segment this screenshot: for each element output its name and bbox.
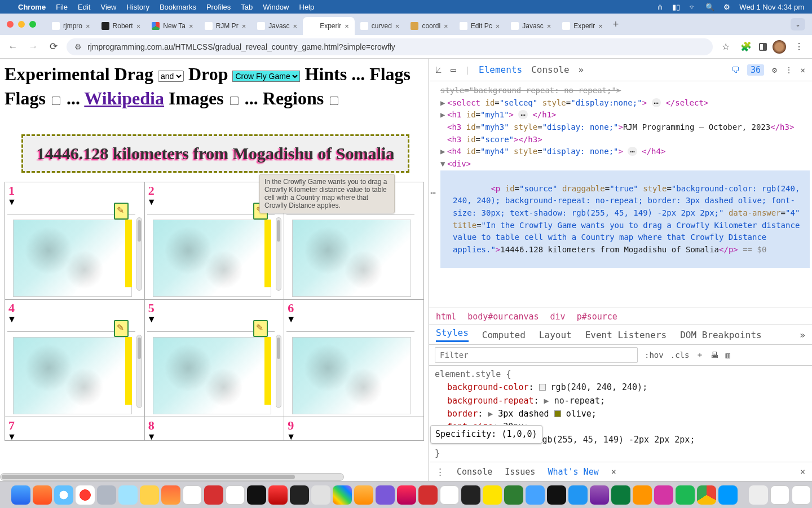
- drawer-close-icon[interactable]: ×: [800, 467, 805, 477]
- chevron-down-icon[interactable]: ▼: [7, 197, 16, 207]
- devtools-close-icon[interactable]: ✕: [801, 65, 805, 75]
- dock-app[interactable]: [418, 485, 438, 505]
- close-icon[interactable]: ×: [136, 22, 141, 30]
- site-settings-icon[interactable]: ⚙: [74, 42, 82, 51]
- dock-app[interactable]: [461, 485, 480, 505]
- dock-app[interactable]: [140, 485, 159, 505]
- browser-tab[interactable]: New Ta×: [146, 17, 198, 35]
- close-icon[interactable]: ×: [395, 22, 400, 30]
- dock-app[interactable]: [547, 485, 566, 505]
- dock-app[interactable]: [568, 485, 588, 505]
- menu-tab[interactable]: Tab: [241, 3, 253, 11]
- menu-file[interactable]: File: [56, 3, 68, 11]
- browser-tab[interactable]: Javasc×: [505, 17, 557, 35]
- drawer-tab-issues[interactable]: Issues: [505, 467, 535, 477]
- back-button[interactable]: ←: [6, 41, 20, 52]
- note-icon[interactable]: [114, 203, 129, 220]
- drawer-tab-console[interactable]: Console: [457, 467, 492, 477]
- cell-scrollbar[interactable]: [136, 217, 142, 291]
- browser-tab-active[interactable]: Experir×: [303, 17, 355, 35]
- dock-app[interactable]: [792, 485, 811, 505]
- styles-more-icon[interactable]: »: [800, 330, 805, 340]
- browser-tab[interactable]: coordi×: [405, 17, 453, 35]
- new-style-rule-icon[interactable]: ＋: [696, 350, 704, 360]
- devtools-menu-icon[interactable]: ⋮: [785, 65, 793, 75]
- flags-checkbox[interactable]: [52, 97, 61, 106]
- wikipedia-link[interactable]: Wikipedia: [84, 88, 164, 108]
- dock-app[interactable]: [290, 485, 309, 505]
- note-icon[interactable]: [253, 320, 268, 337]
- grid-cell[interactable]: 9▼: [284, 417, 424, 441]
- dock-app[interactable]: [268, 485, 288, 505]
- menu-window[interactable]: Window: [263, 3, 289, 11]
- dock-app[interactable]: [33, 485, 52, 505]
- hov-toggle[interactable]: :hov: [645, 351, 664, 360]
- issues-badge-icon[interactable]: 🗨: [731, 65, 739, 75]
- chevron-down-icon[interactable]: ▼: [286, 314, 295, 325]
- dock-app[interactable]: [654, 485, 673, 505]
- dock-app[interactable]: [247, 485, 266, 505]
- window-traffic-lights[interactable]: [7, 21, 36, 28]
- dom-selected-node[interactable]: <p id="source" draggable="true" style="b…: [440, 170, 810, 269]
- browser-tab[interactable]: Robert×: [96, 17, 147, 35]
- grid-cell[interactable]: 4▼: [5, 300, 145, 417]
- grid-cell[interactable]: 8▼: [144, 417, 284, 441]
- grid-cell[interactable]: 6▼: [284, 300, 424, 417]
- menu-bookmarks[interactable]: Bookmarks: [160, 3, 196, 11]
- bluetooth-icon[interactable]: ⋔: [657, 3, 663, 11]
- cell-scrollbar[interactable]: [136, 335, 142, 408]
- drawer-tab-whatsnew[interactable]: What's New: [548, 467, 598, 477]
- menu-edit[interactable]: Edit: [78, 3, 90, 11]
- spotlight-icon[interactable]: 🔍: [705, 3, 714, 11]
- styles-sidebar-icon[interactable]: ▥: [725, 351, 730, 360]
- dock-app[interactable]: [483, 485, 502, 505]
- dock-app[interactable]: [718, 485, 738, 505]
- wifi-icon[interactable]: ᯤ: [689, 3, 696, 11]
- dock-app[interactable]: [633, 485, 652, 505]
- grid-cell[interactable]: 5▼: [144, 300, 284, 417]
- game-select[interactable]: Crow Fly Game: [232, 71, 300, 82]
- close-icon[interactable]: ×: [444, 22, 448, 30]
- dock-app[interactable]: [226, 485, 245, 505]
- profile-avatar[interactable]: [773, 40, 786, 54]
- menu-view[interactable]: View: [100, 3, 116, 11]
- chevron-down-icon[interactable]: ▼: [147, 432, 156, 441]
- dock-app[interactable]: [397, 485, 416, 505]
- forward-button[interactable]: →: [26, 41, 41, 52]
- chevron-down-icon[interactable]: ▼: [286, 432, 295, 441]
- dock-app[interactable]: [333, 485, 352, 505]
- dock-app[interactable]: [311, 485, 330, 505]
- bookmark-star-icon[interactable]: ☆: [718, 41, 733, 52]
- styles-tab[interactable]: Styles: [436, 327, 469, 342]
- dock-app[interactable]: [204, 485, 223, 505]
- dock-app[interactable]: [354, 485, 373, 505]
- devtools-more-tabs-icon[interactable]: »: [579, 64, 584, 75]
- drawer-menu-icon[interactable]: ⋮: [436, 467, 444, 477]
- close-icon[interactable]: ×: [86, 22, 90, 30]
- dom-ellipsis-icon[interactable]: ⋯: [430, 186, 436, 200]
- dock-app[interactable]: [697, 485, 716, 505]
- browser-tab[interactable]: Javasc×: [251, 17, 303, 35]
- dock-app[interactable]: [183, 485, 202, 505]
- menu-help[interactable]: Help: [299, 3, 315, 11]
- computed-tab[interactable]: Computed: [482, 330, 526, 340]
- dock-app[interactable]: [611, 485, 630, 505]
- chevron-down-icon[interactable]: ▼: [7, 314, 16, 325]
- chevron-down-icon[interactable]: ▼: [147, 314, 156, 325]
- dock-app[interactable]: [749, 485, 768, 505]
- styles-rules[interactable]: element.style { background-color: rgb(24…: [429, 366, 812, 462]
- styles-filter-input[interactable]: [435, 347, 638, 363]
- regions-checkbox[interactable]: [330, 97, 339, 106]
- dock-app[interactable]: [161, 485, 180, 505]
- cell-scrollbar[interactable]: [276, 217, 281, 291]
- menubar-clock[interactable]: Wed 1 Nov 4:34 pm: [739, 3, 804, 11]
- dock-app[interactable]: [11, 485, 30, 505]
- dock-app[interactable]: [76, 485, 95, 505]
- grid-cell[interactable]: 7▼: [5, 417, 145, 441]
- menu-profiles[interactable]: Profiles: [206, 3, 231, 11]
- tab-overflow-button[interactable]: ⌄: [791, 18, 805, 30]
- device-toolbar-icon[interactable]: ▭: [451, 64, 456, 75]
- close-icon[interactable]: ×: [345, 22, 349, 30]
- and-or-select[interactable]: and: [158, 71, 184, 82]
- dock-app[interactable]: [770, 485, 789, 505]
